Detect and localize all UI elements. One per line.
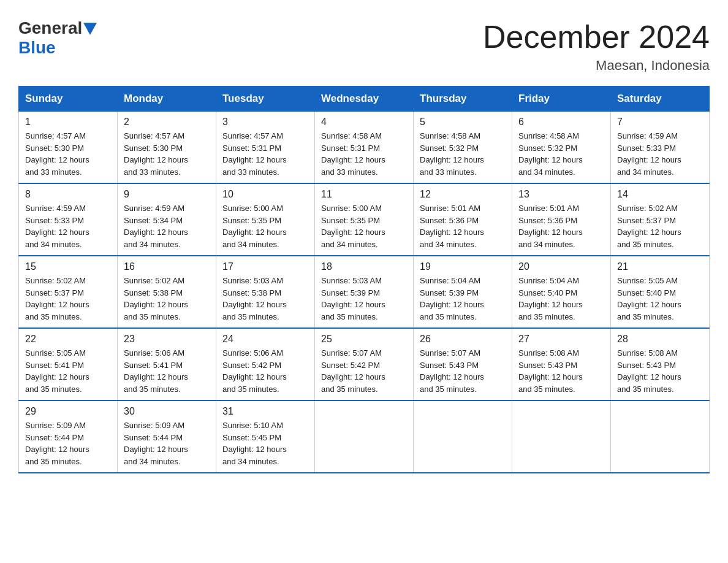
day-number: 27 (518, 334, 604, 345)
sunset-label: Sunset: 5:42 PM (321, 361, 380, 370)
day-number: 4 (321, 117, 407, 128)
daylight-label: Daylight: 12 hours (617, 300, 681, 309)
daylight-minutes: and 35 minutes. (420, 385, 477, 394)
calendar-week-row: 1 Sunrise: 4:57 AM Sunset: 5:30 PM Dayli… (19, 112, 710, 184)
daylight-minutes: and 35 minutes. (222, 312, 279, 321)
day-info: Sunrise: 5:00 AM Sunset: 5:35 PM Dayligh… (321, 202, 407, 250)
daylight-label: Daylight: 12 hours (518, 228, 583, 237)
calendar-table: SundayMondayTuesdayWednesdayThursdayFrid… (18, 86, 710, 473)
daylight-minutes: and 35 minutes. (25, 385, 82, 394)
calendar-day-cell: 23 Sunrise: 5:06 AM Sunset: 5:41 PM Dayl… (118, 328, 216, 400)
calendar-day-cell: 12 Sunrise: 5:01 AM Sunset: 5:36 PM Dayl… (414, 183, 512, 256)
sunset-label: Sunset: 5:32 PM (518, 144, 577, 153)
daylight-minutes: and 35 minutes. (321, 385, 378, 394)
day-number: 25 (321, 334, 407, 345)
day-number: 15 (25, 261, 111, 272)
day-info: Sunrise: 5:09 AM Sunset: 5:44 PM Dayligh… (25, 419, 111, 467)
sunrise-label: Sunrise: 4:58 AM (321, 131, 382, 140)
calendar-day-cell: 8 Sunrise: 4:59 AM Sunset: 5:33 PM Dayli… (19, 183, 118, 256)
daylight-minutes: and 35 minutes. (124, 312, 181, 321)
calendar-day-cell: 18 Sunrise: 5:03 AM Sunset: 5:39 PM Dayl… (315, 256, 414, 328)
calendar-day-cell: 6 Sunrise: 4:58 AM Sunset: 5:32 PM Dayli… (512, 112, 611, 184)
sunset-label: Sunset: 5:42 PM (222, 361, 281, 370)
day-info: Sunrise: 5:08 AM Sunset: 5:43 PM Dayligh… (617, 347, 703, 395)
daylight-minutes: and 35 minutes. (124, 385, 181, 394)
day-number: 31 (222, 406, 308, 417)
day-info: Sunrise: 4:59 AM Sunset: 5:33 PM Dayligh… (25, 202, 111, 250)
daylight-minutes: and 35 minutes. (617, 385, 674, 394)
day-info: Sunrise: 5:03 AM Sunset: 5:38 PM Dayligh… (222, 275, 308, 323)
day-number: 17 (222, 261, 308, 272)
calendar-day-cell: 1 Sunrise: 4:57 AM Sunset: 5:30 PM Dayli… (19, 112, 118, 184)
sunrise-label: Sunrise: 5:07 AM (420, 348, 480, 358)
day-info: Sunrise: 5:03 AM Sunset: 5:39 PM Dayligh… (321, 275, 407, 323)
sunrise-label: Sunrise: 5:02 AM (124, 276, 184, 285)
daylight-label: Daylight: 12 hours (124, 228, 188, 237)
sunrise-label: Sunrise: 5:00 AM (321, 204, 382, 213)
calendar-day-cell: 17 Sunrise: 5:03 AM Sunset: 5:38 PM Dayl… (216, 256, 315, 328)
calendar-day-cell: 14 Sunrise: 5:02 AM Sunset: 5:37 PM Dayl… (611, 183, 710, 256)
day-info: Sunrise: 5:00 AM Sunset: 5:35 PM Dayligh… (222, 202, 308, 250)
calendar-day-cell: 24 Sunrise: 5:06 AM Sunset: 5:42 PM Dayl… (216, 328, 315, 400)
sunset-label: Sunset: 5:30 PM (124, 144, 183, 153)
sunrise-label: Sunrise: 5:09 AM (25, 421, 86, 430)
calendar-week-row: 15 Sunrise: 5:02 AM Sunset: 5:37 PM Dayl… (19, 256, 710, 328)
daylight-minutes: and 34 minutes. (222, 457, 279, 466)
calendar-weekday-sunday: Sunday (19, 86, 118, 112)
calendar-day-cell: 10 Sunrise: 5:00 AM Sunset: 5:35 PM Dayl… (216, 183, 315, 256)
day-number: 3 (222, 117, 308, 128)
daylight-label: Daylight: 12 hours (617, 155, 681, 164)
svg-marker-0 (83, 23, 97, 35)
sunset-label: Sunset: 5:41 PM (25, 361, 84, 370)
logo-triangle-icon (83, 23, 97, 35)
sunset-label: Sunset: 5:31 PM (321, 144, 380, 153)
day-info: Sunrise: 5:02 AM Sunset: 5:37 PM Dayligh… (25, 275, 111, 323)
sunset-label: Sunset: 5:35 PM (321, 216, 380, 225)
calendar-day-cell (315, 400, 414, 473)
day-info: Sunrise: 4:58 AM Sunset: 5:32 PM Dayligh… (420, 130, 506, 178)
daylight-label: Daylight: 12 hours (420, 228, 484, 237)
sunrise-label: Sunrise: 4:58 AM (420, 131, 480, 140)
day-info: Sunrise: 5:05 AM Sunset: 5:41 PM Dayligh… (25, 347, 111, 395)
sunset-label: Sunset: 5:44 PM (124, 433, 183, 442)
daylight-label: Daylight: 12 hours (222, 155, 287, 164)
daylight-minutes: and 35 minutes. (25, 312, 82, 321)
day-info: Sunrise: 4:57 AM Sunset: 5:31 PM Dayligh… (222, 130, 308, 178)
daylight-label: Daylight: 12 hours (25, 300, 89, 309)
day-number: 23 (124, 334, 210, 345)
daylight-label: Daylight: 12 hours (321, 300, 385, 309)
day-info: Sunrise: 5:07 AM Sunset: 5:42 PM Dayligh… (321, 347, 407, 395)
day-info: Sunrise: 4:59 AM Sunset: 5:33 PM Dayligh… (617, 130, 703, 178)
sunrise-label: Sunrise: 5:06 AM (222, 348, 283, 358)
day-number: 2 (124, 117, 210, 128)
calendar-weekday-saturday: Saturday (611, 86, 710, 112)
day-info: Sunrise: 4:58 AM Sunset: 5:32 PM Dayligh… (518, 130, 604, 178)
day-number: 11 (321, 189, 407, 200)
day-number: 1 (25, 117, 111, 128)
daylight-minutes: and 34 minutes. (617, 167, 674, 177)
daylight-label: Daylight: 12 hours (124, 300, 188, 309)
day-number: 26 (420, 334, 506, 345)
sunset-label: Sunset: 5:36 PM (518, 216, 577, 225)
calendar-day-cell: 11 Sunrise: 5:00 AM Sunset: 5:35 PM Dayl… (315, 183, 414, 256)
daylight-label: Daylight: 12 hours (617, 228, 681, 237)
day-info: Sunrise: 5:05 AM Sunset: 5:40 PM Dayligh… (617, 275, 703, 323)
calendar-day-cell: 7 Sunrise: 4:59 AM Sunset: 5:33 PM Dayli… (611, 112, 710, 184)
sunset-label: Sunset: 5:40 PM (518, 288, 577, 297)
daylight-minutes: and 34 minutes. (222, 240, 279, 249)
calendar-day-cell: 2 Sunrise: 4:57 AM Sunset: 5:30 PM Dayli… (118, 112, 216, 184)
daylight-label: Daylight: 12 hours (124, 445, 188, 454)
calendar-week-row: 8 Sunrise: 4:59 AM Sunset: 5:33 PM Dayli… (19, 183, 710, 256)
sunrise-label: Sunrise: 5:10 AM (222, 421, 283, 430)
day-info: Sunrise: 5:06 AM Sunset: 5:41 PM Dayligh… (124, 347, 210, 395)
calendar-day-cell (512, 400, 611, 473)
calendar-day-cell: 13 Sunrise: 5:01 AM Sunset: 5:36 PM Dayl… (512, 183, 611, 256)
daylight-label: Daylight: 12 hours (321, 228, 385, 237)
daylight-label: Daylight: 12 hours (222, 445, 287, 454)
sunrise-label: Sunrise: 4:57 AM (222, 131, 283, 140)
calendar-day-cell: 31 Sunrise: 5:10 AM Sunset: 5:45 PM Dayl… (216, 400, 315, 473)
sunset-label: Sunset: 5:33 PM (617, 144, 676, 153)
day-number: 20 (518, 261, 604, 272)
daylight-minutes: and 34 minutes. (124, 457, 181, 466)
daylight-minutes: and 33 minutes. (124, 167, 181, 177)
